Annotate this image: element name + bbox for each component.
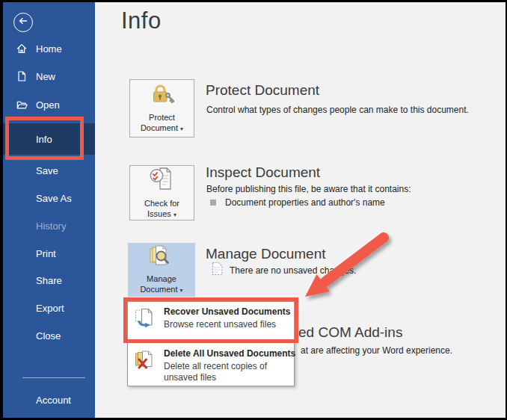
open-folder-icon	[16, 99, 28, 111]
check-for-issues-button[interactable]: Check for Issues ▾	[129, 165, 194, 220]
sidebar-item-account[interactable]: Account	[3, 390, 95, 410]
backstage-sidebar: Home New Open Info Save Save As History	[3, 2, 95, 418]
page-title: Info	[121, 7, 162, 34]
protect-document-heading: Protect Document	[206, 82, 319, 99]
sidebar-item-label: History	[36, 220, 66, 232]
sidebar-item-label: Export	[36, 303, 64, 314]
sidebar-item-open[interactable]: Open	[3, 95, 95, 114]
manage-document-icon	[149, 244, 174, 270]
dropdown-caret-icon: ▾	[180, 287, 183, 294]
home-icon	[16, 43, 28, 55]
manage-document-heading: Manage Document	[206, 246, 326, 262]
sidebar-item-print[interactable]: Print	[3, 244, 95, 263]
sidebar-item-label: Save As	[36, 193, 72, 204]
annotation-box-recover	[123, 297, 298, 343]
button-label: Check for Issues ▾	[144, 198, 179, 220]
back-button[interactable]	[13, 13, 33, 32]
sidebar-item-new[interactable]: New	[3, 67, 95, 86]
inspect-document-heading: Inspect Document	[206, 164, 320, 181]
back-arrow-icon	[17, 15, 29, 30]
sidebar-item-export[interactable]: Export	[3, 298, 95, 318]
sidebar-item-history: History	[3, 216, 95, 235]
menu-item-title: Delete All Unsaved Documents	[164, 348, 295, 359]
button-label: Manage Document ▾	[140, 274, 182, 296]
button-label: Protect Document ▾	[141, 112, 183, 135]
sidebar-item-save[interactable]: Save	[3, 161, 95, 180]
bullet-square-icon	[210, 200, 216, 206]
sidebar-item-label: Save	[36, 165, 58, 176]
inspect-document-description: Before publishing this file, be aware th…	[206, 184, 411, 194]
protect-document-description: Control what types of changes people can…	[206, 105, 469, 115]
dropdown-caret-icon: ▾	[173, 211, 176, 218]
sidebar-item-label: New	[36, 71, 55, 82]
status-text: There are no unsaved changes.	[230, 265, 356, 276]
unsaved-changes-status: There are no unsaved changes.	[212, 262, 356, 279]
word-backstage-window: Home New Open Info Save Save As History	[0, 0, 507, 420]
sidebar-item-label: Open	[36, 99, 60, 111]
draft-document-icon	[212, 262, 224, 279]
sidebar-item-label: Close	[36, 330, 61, 342]
sidebar-item-label: Account	[36, 395, 71, 406]
sidebar-item-home[interactable]: Home	[3, 39, 95, 58]
sidebar-item-save-as[interactable]: Save As	[3, 188, 95, 208]
sidebar-item-label: Home	[36, 43, 62, 55]
com-addins-heading-fragment: ed COM Add-ins	[298, 324, 402, 341]
inspect-bullet-row: Document properties and author's name	[210, 197, 385, 208]
new-document-icon	[16, 70, 28, 82]
dropdown-caret-icon: ▾	[180, 126, 183, 132]
annotation-box-info	[5, 117, 84, 160]
inspect-document-icon	[149, 166, 176, 194]
inspect-bullet-text: Document properties and author's name	[225, 197, 385, 208]
com-addins-description-fragment: at are affecting your Word experience.	[301, 345, 452, 356]
sidebar-item-close[interactable]: Close	[3, 326, 95, 345]
lock-key-icon	[149, 83, 176, 108]
manage-document-button[interactable]: Manage Document ▾	[128, 243, 195, 297]
sidebar-divider	[22, 377, 85, 378]
protect-document-button[interactable]: Protect Document ▾	[129, 79, 194, 138]
sidebar-item-label: Print	[36, 248, 56, 259]
delete-unsaved-icon	[135, 350, 157, 374]
sidebar-item-label: Share	[36, 275, 62, 286]
sidebar-item-share[interactable]: Share	[3, 271, 95, 290]
menu-item-delete-all-unsaved[interactable]: Delete All Unsaved Documents Delete all …	[128, 348, 294, 387]
menu-item-description: Delete all recent copies of unsaved file…	[164, 361, 280, 383]
